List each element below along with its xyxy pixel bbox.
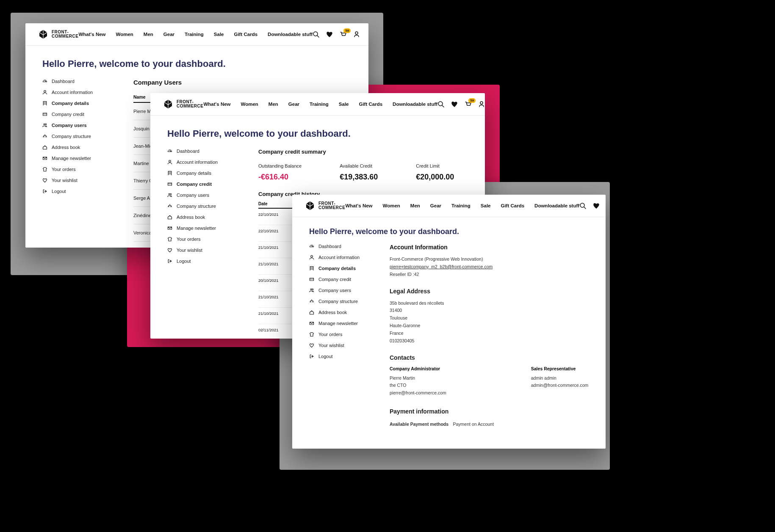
sidebar-item[interactable]: Address book xyxy=(42,145,112,150)
section-title: Company Users xyxy=(133,79,352,86)
nav-item[interactable]: Downloadable stuff xyxy=(393,102,437,107)
home-icon xyxy=(42,145,47,150)
cart-icon[interactable]: 59 xyxy=(340,31,346,38)
nav-item[interactable]: Downloadable stuff xyxy=(268,32,313,37)
sidebar-item[interactable]: Your orders xyxy=(309,332,373,337)
sidebar-item-label: Logout xyxy=(52,189,66,194)
nav-item[interactable]: Women xyxy=(116,32,133,37)
nav-item[interactable]: Gear xyxy=(163,32,174,37)
nav-item[interactable]: Sale xyxy=(481,203,491,208)
nav-item[interactable]: Training xyxy=(185,32,204,37)
nav-item[interactable]: Women xyxy=(383,203,400,208)
sidebar-item[interactable]: Company structure xyxy=(309,299,373,304)
sidebar-item[interactable]: Company credit xyxy=(309,277,373,282)
nav-item[interactable]: Downloadable stuff xyxy=(534,203,579,208)
sidebar-item[interactable]: Dashboard xyxy=(309,244,373,249)
wishlist-icon[interactable] xyxy=(451,101,458,108)
contact-line: admin@front-commerce.com xyxy=(531,382,589,389)
sidebar-item[interactable]: Company credit xyxy=(167,182,237,187)
sidebar-item[interactable]: Manage newsletter xyxy=(42,156,112,161)
logo[interactable]: FRONT-COMMERCE xyxy=(38,29,78,39)
cart-badge: 59 xyxy=(343,28,351,33)
contact-line: pierre@front-commerce.com xyxy=(390,389,446,397)
sidebar-item[interactable]: Company details xyxy=(167,171,237,176)
sidebar-item[interactable]: Company structure xyxy=(42,134,112,139)
nav-item[interactable]: Men xyxy=(268,102,278,107)
nav-item[interactable]: Sale xyxy=(214,32,224,37)
sidebar-item[interactable]: Address book xyxy=(309,310,373,315)
nav-item[interactable]: Gear xyxy=(288,102,299,107)
nav-item[interactable]: Training xyxy=(310,102,329,107)
nav-item[interactable]: Gift Cards xyxy=(234,32,257,37)
search-icon[interactable] xyxy=(579,202,586,209)
history-date: 02/11/2021 xyxy=(258,328,292,332)
sidebar-item-label: Account information xyxy=(52,90,93,95)
sidebar-item[interactable]: Company credit xyxy=(42,112,112,117)
nav-item[interactable]: What's New xyxy=(203,102,230,107)
nav-item[interactable]: Men xyxy=(144,32,153,37)
sidebar-item-label: Manage newsletter xyxy=(318,321,358,326)
sidebar-item[interactable]: Your orders xyxy=(42,167,112,172)
sidebar-item[interactable]: Manage newsletter xyxy=(167,226,237,231)
sidebar-item[interactable]: Company details xyxy=(309,266,373,271)
nav-item[interactable]: Gift Cards xyxy=(501,203,524,208)
nav-item[interactable]: What's New xyxy=(345,203,372,208)
sidebar-item[interactable]: Company users xyxy=(167,193,237,198)
nav-item[interactable]: Sale xyxy=(339,102,349,107)
sidebar-item-label: Dashboard xyxy=(52,79,75,84)
search-icon[interactable] xyxy=(313,31,319,38)
sidebar-item-label: Company users xyxy=(177,193,209,198)
dashboard-card-account: FRONT-COMMERCEWhat's NewWomenMenGearTrai… xyxy=(292,195,606,449)
sidebar-item-label: Dashboard xyxy=(177,149,199,154)
nav-item[interactable]: Gift Cards xyxy=(359,102,382,107)
wishlist-icon[interactable] xyxy=(593,202,600,209)
sidebar-item[interactable]: Account information xyxy=(167,160,237,165)
card-icon xyxy=(42,112,47,117)
admin-heading: Company Administrator xyxy=(390,366,446,371)
sidebar-item[interactable]: Address book xyxy=(167,215,237,220)
sidebar-item[interactable]: Company details xyxy=(42,101,112,106)
sidebar-item-label: Address book xyxy=(318,310,347,315)
sidebar-item[interactable]: Company structure xyxy=(167,204,237,209)
shirt-icon xyxy=(42,167,47,172)
logout-icon xyxy=(42,189,47,194)
sidebar-item[interactable]: Your wishlist xyxy=(42,178,112,183)
history-date: 21/10/2021 xyxy=(258,295,292,299)
sidebar-item[interactable]: Logout xyxy=(167,259,237,264)
sidebar-item[interactable]: Company users xyxy=(309,288,373,293)
user-icon xyxy=(309,255,314,260)
sidebar-item[interactable]: Dashboard xyxy=(42,79,112,84)
logo[interactable]: FRONT-COMMERCE xyxy=(305,201,345,211)
sidebar-item[interactable]: Your orders xyxy=(167,237,237,242)
cart-icon[interactable]: 59 xyxy=(465,101,471,108)
users-icon xyxy=(309,288,314,293)
sidebar-item[interactable]: Company users xyxy=(42,123,112,128)
sidebar-item-label: Company users xyxy=(318,288,351,293)
nav-item[interactable]: Men xyxy=(410,203,420,208)
search-icon[interactable] xyxy=(437,101,444,108)
sidebar-item[interactable]: Your wishlist xyxy=(167,248,237,253)
sidebar-item[interactable]: Dashboard xyxy=(167,149,237,154)
sidebar-item-label: Your wishlist xyxy=(318,343,344,348)
sidebar-item[interactable]: Account information xyxy=(309,255,373,260)
sidebar-item[interactable]: Manage newsletter xyxy=(309,321,373,326)
nav-item[interactable]: Gear xyxy=(430,203,441,208)
logo[interactable]: FRONT-COMMERCE xyxy=(163,99,203,109)
account-icon[interactable] xyxy=(478,101,485,108)
nav-item[interactable]: Women xyxy=(241,102,258,107)
nav-item[interactable]: What's New xyxy=(78,32,105,37)
gauge-icon xyxy=(167,149,172,154)
sidebar-item[interactable]: Your wishlist xyxy=(309,343,373,348)
sidebar-item[interactable]: Logout xyxy=(42,189,112,194)
sidebar-item[interactable]: Logout xyxy=(309,354,373,359)
contacts-heading: Contacts xyxy=(390,354,589,361)
account-icon[interactable] xyxy=(353,31,360,38)
mail-icon xyxy=(167,226,172,231)
page-title: Hello Pierre, welcome to your dashboard. xyxy=(292,217,606,244)
company-email[interactable]: pierre+testcompany_m2_b2b@front-commerce… xyxy=(390,263,589,271)
nav-item[interactable]: Training xyxy=(451,203,471,208)
wishlist-icon[interactable] xyxy=(326,31,333,38)
payment-methods-label: Available Payment methods xyxy=(390,422,448,427)
history-date: 22/10/2021 xyxy=(258,229,292,233)
sidebar-item[interactable]: Account information xyxy=(42,90,112,95)
